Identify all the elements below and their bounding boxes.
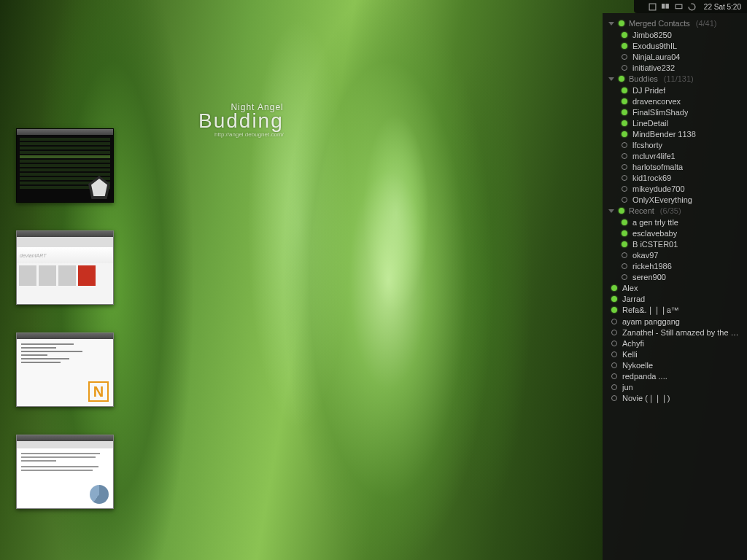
buddy-group-header[interactable]: Recent(6/35) — [605, 205, 744, 217]
buddy-item[interactable]: esclavebaby — [605, 228, 744, 238]
buddy-list-panel[interactable]: Merged Contacts(4/41)Jimbo8250Exodus9thI… — [603, 13, 747, 560]
status-dot-icon — [622, 131, 627, 137]
status-dot-icon — [622, 164, 627, 170]
group-name: Buddies — [629, 74, 658, 83]
buddy-item[interactable]: Jimbo8250 — [605, 29, 744, 40]
buddy-item[interactable]: redpanda .... — [605, 370, 744, 381]
buddy-item[interactable]: Exodus9thIL — [605, 40, 744, 51]
buddy-item[interactable]: mcluvr4life1 — [605, 150, 744, 161]
buddy-name: redpanda .... — [622, 372, 667, 381]
status-dot-icon — [611, 351, 617, 357]
status-dot-icon — [622, 54, 627, 60]
buddy-item[interactable]: Kelli — [605, 349, 744, 359]
status-dot-icon — [622, 230, 627, 236]
buddy-name: seren900 — [632, 273, 666, 281]
thumbnail-text-editor[interactable] — [16, 435, 114, 509]
thumbnail-code-editor[interactable]: N — [16, 332, 114, 407]
buddy-group-header[interactable]: Buddies(11/131) — [605, 73, 744, 85]
group-name: Merged Contacts — [629, 19, 690, 28]
buddy-name: Nykoelle — [622, 361, 653, 370]
status-dot-icon — [619, 76, 624, 82]
svg-rect-2 — [666, 4, 669, 9]
status-dot-icon — [622, 197, 627, 203]
status-dot-icon — [611, 362, 617, 368]
buddy-item[interactable]: FinalSlimShady — [605, 106, 744, 117]
thumbnail-browser[interactable]: deviantART — [16, 230, 114, 305]
buddy-name: dravencorvex — [632, 97, 681, 106]
buddy-item[interactable]: OnlyXEverything — [605, 194, 744, 205]
buddy-item[interactable]: lfcshorty — [605, 139, 744, 150]
status-dot-icon — [622, 153, 627, 159]
buddy-item[interactable]: jun — [605, 381, 744, 392]
buddy-name: initiative232 — [632, 63, 675, 72]
buddy-item[interactable]: dravencorvex — [605, 96, 744, 106]
buddy-item[interactable]: NinjaLaura04 — [605, 51, 744, 62]
buddy-item[interactable]: B iCSTER01 — [605, 238, 744, 249]
buddy-item[interactable]: mikeydude700 — [605, 183, 744, 194]
status-dot-icon — [622, 32, 627, 38]
expand-triangle-icon — [608, 22, 614, 26]
status-dot-icon — [622, 120, 627, 126]
buddy-item[interactable]: Refa&.❘❘❘a™ — [605, 304, 744, 316]
status-dot-icon — [611, 384, 617, 390]
buddy-name: Zanathel - Still amazed by the ma... — [622, 328, 741, 337]
buddy-name: Kelli — [622, 350, 638, 359]
status-dot-icon — [611, 319, 617, 324]
expand-triangle-icon — [608, 77, 614, 81]
buddy-item[interactable]: seren900 — [605, 271, 744, 282]
status-dot-icon — [611, 296, 617, 302]
taskbar-thumbnails: deviantART N — [16, 128, 114, 509]
buddy-name: mikeydude700 — [632, 184, 685, 193]
buddy-name: mcluvr4life1 — [632, 152, 676, 160]
buddy-name: OnlyXEverything — [632, 195, 692, 204]
buddy-group-header[interactable]: Merged Contacts(4/41) — [605, 18, 744, 29]
status-dot-icon — [611, 285, 617, 291]
buddy-item[interactable]: kid1rock69 — [605, 172, 744, 183]
thumbnail-media-player[interactable] — [16, 128, 114, 203]
buddy-item[interactable]: Jarrad — [605, 293, 744, 304]
buddy-item[interactable]: Nykoelle — [605, 359, 744, 370]
status-dot-icon — [622, 263, 627, 269]
buddy-name: a gen trly ttle — [632, 218, 678, 227]
status-dot-icon — [622, 142, 627, 148]
buddy-item[interactable]: MindBender 1138 — [605, 128, 744, 139]
wallpaper-title: Budding — [198, 109, 284, 132]
wallpaper-url: http://angel.debugnet.com/ — [198, 131, 284, 138]
group-name: Recent — [629, 206, 654, 215]
buddy-name: Refa&.❘❘❘a™ — [622, 306, 679, 315]
buddy-item[interactable]: ayam panggang — [605, 316, 744, 327]
buddy-item[interactable]: DJ Pridef — [605, 85, 744, 96]
group-count: (4/41) — [696, 19, 717, 28]
buddy-item[interactable]: Novie (❘❘❘) — [605, 392, 744, 404]
clock[interactable]: 22 Sat 5:20 — [704, 3, 741, 11]
tray-monitor-icon[interactable] — [662, 2, 670, 11]
buddy-item[interactable]: LineDetail — [605, 117, 744, 128]
buddy-item[interactable]: a gen trly ttle — [605, 217, 744, 228]
status-dot-icon — [622, 252, 627, 258]
tray-app-icon[interactable] — [649, 2, 657, 11]
app-logo-icon — [90, 485, 109, 504]
buddy-item[interactable]: harlotsofmalta — [605, 161, 744, 172]
tray-network-icon[interactable] — [675, 2, 684, 11]
system-tray: 22 Sat 5:20 — [634, 0, 747, 13]
buddy-name: NinjaLaura04 — [632, 52, 680, 61]
buddy-name: Novie (❘❘❘) — [622, 394, 670, 403]
status-dot-icon — [622, 219, 627, 225]
buddy-item[interactable]: Achyfi — [605, 338, 744, 349]
svg-rect-1 — [662, 4, 665, 9]
buddy-item[interactable]: Zanathel - Still amazed by the ma... — [605, 327, 744, 338]
buddy-item[interactable]: rickeh1986 — [605, 260, 744, 271]
nvu-logo-icon: N — [88, 381, 109, 402]
status-dot-icon — [611, 395, 617, 401]
status-dot-icon — [622, 98, 627, 104]
buddy-name: harlotsofmalta — [632, 163, 683, 171]
buddy-item[interactable]: initiative232 — [605, 62, 744, 73]
buddy-item[interactable]: Alex — [605, 282, 744, 293]
tray-sync-icon[interactable] — [688, 2, 697, 11]
buddy-item[interactable]: okav97 — [605, 249, 744, 260]
buddy-name: jun — [622, 383, 633, 392]
buddy-name: LineDetail — [632, 119, 668, 128]
status-dot-icon — [622, 274, 627, 280]
buddy-name: Achyfi — [622, 339, 644, 348]
status-dot-icon — [619, 20, 624, 26]
